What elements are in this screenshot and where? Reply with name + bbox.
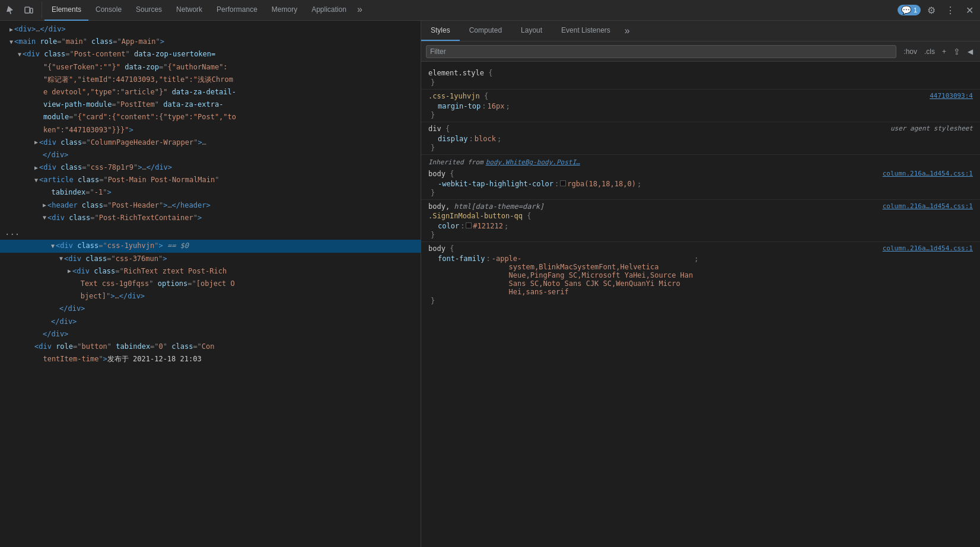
dom-line[interactable]: ▼ <article class="Post-Main Post-NormalM…: [0, 174, 421, 186]
dom-line[interactable]: e devtool","type":"article"}" data-za-de…: [0, 86, 421, 98]
css-selector: div { user agent stylesheet: [428, 125, 973, 133]
css-property: font-family: [438, 255, 485, 263]
sub-tab-styles[interactable]: Styles: [421, 21, 460, 41]
dom-line[interactable]: <div role="button" tabindex="0" class="C…: [0, 341, 421, 353]
dom-line[interactable]: "{"userToken":""}" data-zop="{"authorNam…: [0, 61, 421, 74]
expand-arrow: ▶: [9, 25, 13, 34]
dom-line[interactable]: module="{"card":{"content":{"type":"Post…: [0, 111, 421, 123]
close-devtools-button[interactable]: ✕: [961, 2, 978, 18]
css-value: #121212: [473, 222, 503, 230]
badge-count: 1: [914, 7, 917, 14]
tag: <main: [14, 36, 36, 47]
sub-tab-computed[interactable]: Computed: [460, 21, 511, 41]
dom-line[interactable]: ken":"447103093"}}}">: [0, 124, 421, 136]
styles-panel: Styles Computed Layout Event Listeners »…: [421, 21, 980, 547]
cls-button[interactable]: .cls: [922, 46, 937, 57]
dom-line-selected[interactable]: ▼ <div class="css-1yuhvjn" > == $0: [0, 240, 421, 252]
filter-bar: :hov .cls + ⇪ ◀: [421, 42, 980, 62]
tab-console[interactable]: Console: [88, 0, 129, 21]
css-rule-css-1yuhvjn: .css-1yuhvjn { 447103093:4 margin-top : …: [421, 90, 980, 122]
dom-line[interactable]: ▼ <main role="main" class="App-main" >: [0, 36, 421, 48]
dom-line[interactable]: ▼ <div class="Post-RichTextContainer" >: [0, 212, 421, 224]
tab-network[interactable]: Network: [169, 0, 209, 21]
dom-line[interactable]: ▶ <div>…</div>: [0, 23, 421, 36]
tab-memory[interactable]: Memory: [265, 0, 304, 21]
dom-line[interactable]: tabindex="-1">: [0, 186, 421, 199]
css-value: 16px: [487, 102, 504, 110]
css-selector: element.style {: [428, 69, 973, 77]
close-brace: }: [428, 297, 973, 305]
sub-tab-event-listeners[interactable]: Event Listeners: [552, 21, 620, 41]
css-property: color: [438, 222, 459, 230]
css-rule-element-style: element.style { }: [421, 66, 980, 90]
selector-text-2: .SignInModal-button-qq: [428, 212, 523, 220]
css-property: margin-top: [438, 102, 481, 110]
dom-line[interactable]: view-path-module="PostItem" data-za-extr…: [0, 98, 421, 111]
svg-rect-1: [30, 8, 33, 13]
css-selector: .css-1yuhvjn { 447103093:4: [428, 92, 973, 100]
dom-line[interactable]: ▶ <header class="Post-Header" >…</header…: [0, 199, 421, 212]
css-selector-2: .SignInModal-button-qq {: [428, 212, 973, 220]
console-badge[interactable]: 💬 1: [898, 5, 921, 15]
css-property: display: [438, 135, 468, 143]
devtools-toolbar: Elements Console Sources Network Perform…: [0, 0, 980, 21]
expand-arrow: ▼: [9, 37, 13, 47]
dom-line[interactable]: "粽记著","itemId":447103093,"title":"浅谈Chro…: [0, 74, 421, 86]
close-brace: }: [428, 231, 973, 239]
css-source-link[interactable]: column.216a…1d454.css:1: [883, 170, 973, 177]
css-prop-line: font-family : -apple- system,BlinkMacSys…: [428, 254, 973, 297]
css-prop-line: -webkit-tap-highlight-color : rgba(18,18…: [428, 179, 973, 189]
inherited-from-link[interactable]: body.WhiteBg-body.PostI…: [486, 158, 580, 166]
settings-button[interactable]: ⚙: [923, 2, 940, 18]
color-swatch: [466, 222, 472, 228]
dom-line[interactable]: bject]" >…</div>: [0, 290, 421, 303]
selector-text-comment: html[data-theme=dark]: [454, 202, 544, 211]
force-state-button[interactable]: ⇪: [951, 46, 963, 58]
toggle-sidebar-button[interactable]: ◀: [965, 46, 975, 57]
dom-line[interactable]: ▼ <div class="css-376mun" >: [0, 253, 421, 265]
tab-elements[interactable]: Elements: [44, 0, 88, 21]
sub-tab-layout[interactable]: Layout: [511, 21, 552, 41]
dom-line[interactable]: </div>: [0, 149, 421, 161]
css-source-link[interactable]: 447103093:4: [930, 92, 973, 100]
close-brace: }: [428, 78, 973, 87]
device-toggle-button[interactable]: [20, 2, 37, 18]
dom-line[interactable]: </div>: [0, 316, 421, 328]
dom-line[interactable]: tentItem-time"> 发布于 2021-12-18 21:03: [0, 353, 421, 365]
tab-sources[interactable]: Sources: [129, 0, 169, 21]
filter-input[interactable]: [426, 45, 896, 58]
more-tabs-button[interactable]: »: [354, 0, 366, 21]
expand-arrow: ▼: [18, 50, 21, 59]
dom-line[interactable]: </div>: [0, 328, 421, 341]
css-selector: body { column.216a…1d454.css:1: [428, 170, 973, 178]
more-options-button[interactable]: ⋮: [942, 2, 959, 18]
css-source-link[interactable]: column.216a…1d454.css:1: [883, 202, 973, 210]
add-style-button[interactable]: +: [940, 46, 949, 57]
sub-tab-more-button[interactable]: »: [620, 21, 635, 41]
css-value: rgba(18,18,18,0): [567, 180, 636, 188]
hov-button[interactable]: :hov: [901, 46, 919, 57]
selector-text: body,: [428, 202, 454, 211]
css-source-link[interactable]: column.216a…1d454.css:1: [883, 244, 973, 252]
devtools-main: ▶ <div>…</div> ▼ <main role="main" class…: [0, 21, 980, 547]
dom-line[interactable]: ▶ <div class="ColumnPageHeader-Wrapper" …: [0, 136, 421, 149]
ellipsis-indicator[interactable]: ...: [0, 224, 421, 240]
css-rule-body-tap: body { column.216a…1d454.css:1 -webkit-t…: [421, 167, 980, 200]
selector-text: body: [428, 244, 446, 253]
styles-content[interactable]: element.style { } .css-1yuhvjn { 4471030…: [421, 62, 980, 547]
dom-line[interactable]: </div>: [0, 303, 421, 315]
sub-tabs: Styles Computed Layout Event Listeners »: [421, 21, 980, 42]
tag: <div>: [14, 24, 36, 35]
dom-line[interactable]: Text css-1g0fqss" options="[object O: [0, 278, 421, 290]
dom-tree[interactable]: ▶ <div>…</div> ▼ <main role="main" class…: [0, 21, 421, 547]
cursor-tool-button[interactable]: [2, 2, 19, 18]
css-rule-body-dark: body, html[data-theme=dark] column.216a……: [421, 200, 980, 242]
selector-text: element.style: [428, 69, 484, 77]
dom-line[interactable]: ▶ <div class="css-78p1r9" >…</div>: [0, 161, 421, 174]
css-selector: body { column.216a…1d454.css:1: [428, 244, 973, 253]
dom-line[interactable]: ▶ <div class="RichText ztext Post-Rich: [0, 265, 421, 278]
dom-line[interactable]: ▼ <div class="Post-content" data-zop-use…: [0, 48, 421, 61]
close-brace: }: [428, 111, 973, 119]
tab-performance[interactable]: Performance: [209, 0, 265, 21]
tab-application[interactable]: Application: [304, 0, 354, 21]
